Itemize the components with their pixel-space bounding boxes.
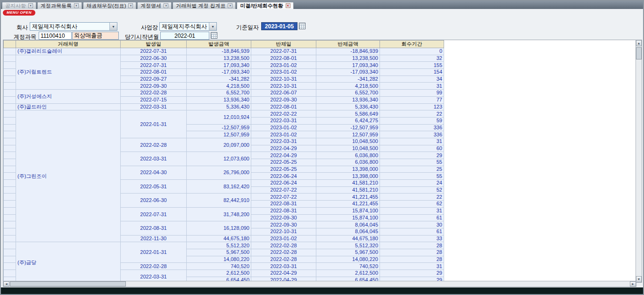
row-selector[interactable]	[4, 48, 16, 55]
row-selector[interactable]	[4, 124, 16, 131]
col-header-settle-amount[interactable]: 반제금액	[316, 41, 380, 48]
row-selector[interactable]	[4, 214, 16, 221]
cell-sdate[interactable]: 2022-08-01	[251, 55, 316, 62]
cell-sdate[interactable]: 2022-05-25	[251, 166, 316, 173]
cell-period[interactable]: 31	[380, 207, 444, 214]
cell-oamt[interactable]: 83,162,420	[187, 180, 251, 194]
cell-sdate[interactable]: 2022-03-31	[251, 117, 316, 124]
cell-period[interactable]: 32	[380, 55, 444, 62]
cell-period[interactable]: 336	[380, 124, 444, 131]
row-selector[interactable]	[4, 76, 16, 83]
cell-period[interactable]: 60	[380, 145, 444, 152]
cell-period[interactable]: 52	[380, 186, 444, 194]
cell-period[interactable]: 24	[380, 180, 444, 187]
cell-sdate[interactable]: 2022-10-31	[251, 83, 316, 90]
cell-samt[interactable]: 15,874,100	[316, 207, 380, 214]
cell-oamt[interactable]: 14,080,220	[187, 256, 251, 263]
row-selector[interactable]	[4, 228, 16, 235]
cell-samt[interactable]: 13,936,340	[316, 96, 380, 103]
row-selector[interactable]	[4, 180, 16, 187]
cell-period[interactable]: 29	[380, 152, 444, 159]
cell-oamt[interactable]: 17,093,340	[187, 62, 251, 69]
tab-채권채무장(전표)[interactable]: 채권채무장(전표)×	[83, 2, 136, 9]
cell-oamt[interactable]: 20,097,000	[187, 138, 251, 152]
tab-close-icon[interactable]: ×	[28, 3, 33, 8]
cell-samt[interactable]: 15,874,100	[316, 214, 380, 221]
cell-samt[interactable]: 41,221,455	[316, 194, 380, 201]
tab-계정명세[interactable]: 계정명세×	[137, 2, 172, 9]
col-header-vendor[interactable]: 거래처명	[16, 41, 121, 48]
account-code-input[interactable]	[39, 32, 72, 40]
cell-samt[interactable]: -17,093,340	[316, 69, 380, 76]
scroll-right-icon[interactable]: ►	[630, 281, 636, 287]
cell-odate[interactable]: 2022-03-31	[121, 103, 187, 110]
cell-oamt[interactable]: 5,336,430	[187, 103, 251, 110]
cell-sdate[interactable]: 2023-01-02	[251, 62, 316, 69]
account-name-input[interactable]	[72, 32, 119, 40]
cell-odate[interactable]: 2022-06-30	[121, 55, 187, 62]
col-header-settle-date[interactable]: 반제일	[251, 41, 316, 48]
row-selector[interactable]	[4, 131, 16, 138]
tab-거래처별 계정 집계표[interactable]: 거래처별 계정 집계표×	[173, 2, 236, 9]
cell-odate[interactable]: 2022-02-28	[121, 90, 187, 97]
period-input[interactable]	[160, 32, 209, 40]
cell-period[interactable]: 29	[380, 270, 444, 277]
row-selector[interactable]	[4, 242, 16, 249]
cell-sdate[interactable]: 2022-02-28	[251, 242, 316, 249]
tab-close-icon[interactable]: ×	[74, 3, 79, 8]
cell-period[interactable]: 25	[380, 166, 444, 173]
cell-period[interactable]: 154	[380, 69, 444, 76]
cell-sdate[interactable]: 2022-10-31	[251, 76, 316, 83]
cell-samt[interactable]: 6,552,700	[316, 90, 380, 97]
cell-vendor[interactable]: (주)금당	[16, 242, 121, 283]
cell-period[interactable]: 55	[380, 173, 444, 180]
row-selector[interactable]	[4, 83, 16, 90]
cell-sdate[interactable]: 2022-09-30	[251, 214, 316, 221]
cell-period[interactable]: 59	[380, 117, 444, 124]
cell-samt[interactable]: -18,846,939	[316, 48, 380, 55]
cell-sdate[interactable]: 2023-01-02	[251, 69, 316, 76]
cell-odate[interactable]: 2022-09-27	[121, 76, 187, 83]
cell-samt[interactable]: 5,967,500	[316, 249, 380, 256]
cell-sdate[interactable]: 2022-09-30	[251, 221, 316, 228]
cell-sdate[interactable]: 2022-05-25	[251, 159, 316, 166]
cell-period[interactable]: 34	[380, 76, 444, 83]
cell-vendor[interactable]: (주)거성에스지	[16, 90, 121, 103]
chevron-down-icon[interactable]: ▼	[109, 23, 117, 30]
cell-sdate[interactable]: 2023-01-02	[251, 235, 316, 242]
cell-odate[interactable]: 2022-07-15	[121, 96, 187, 103]
cell-odate[interactable]: 2022-07-31	[121, 48, 187, 55]
row-selector[interactable]	[4, 249, 16, 256]
cell-samt[interactable]: 740,520	[316, 263, 380, 270]
row-selector[interactable]	[4, 221, 16, 228]
cell-sdate[interactable]: 2022-07-31	[251, 48, 316, 55]
cell-odate[interactable]: 2022-08-01	[121, 69, 187, 76]
cell-oamt[interactable]: 13,936,340	[187, 96, 251, 103]
cell-samt[interactable]: 6,036,800	[316, 152, 380, 159]
cell-period[interactable]: 0	[380, 48, 444, 55]
row-selector[interactable]	[4, 235, 16, 242]
row-selector[interactable]	[4, 55, 16, 62]
cell-period[interactable]: 28	[380, 256, 444, 263]
cell-sdate[interactable]: 2022-02-28	[251, 256, 316, 263]
row-selector[interactable]	[4, 159, 16, 166]
vertical-scroll-thumb[interactable]	[636, 47, 642, 59]
cell-vendor[interactable]: (주)그린조이	[16, 110, 121, 242]
col-header-occur-amount[interactable]: 발생금액	[187, 41, 251, 48]
cell-odate[interactable]: 2022-07-31	[121, 207, 187, 221]
row-selector[interactable]	[4, 90, 16, 97]
cell-samt[interactable]: 12,507,959	[316, 131, 380, 138]
cell-oamt[interactable]: 2,612,500	[187, 270, 251, 277]
horizontal-scroll-thumb[interactable]	[10, 281, 126, 287]
cell-samt[interactable]: 17,093,340	[316, 62, 380, 69]
calendar-icon[interactable]	[299, 23, 305, 29]
scroll-left-icon[interactable]: ◄	[3, 281, 9, 287]
cell-period[interactable]: 61	[380, 228, 444, 235]
cell-samt[interactable]: 13,238,500	[316, 55, 380, 62]
cell-period[interactable]: 28	[380, 249, 444, 256]
row-selector[interactable]	[4, 138, 16, 145]
cell-sdate[interactable]: 2022-08-01	[251, 103, 316, 110]
cell-oamt[interactable]: 12,010,924	[187, 110, 251, 124]
cell-odate[interactable]: 2022-04-30	[121, 166, 187, 179]
cell-samt[interactable]: 2,612,500	[316, 270, 380, 277]
